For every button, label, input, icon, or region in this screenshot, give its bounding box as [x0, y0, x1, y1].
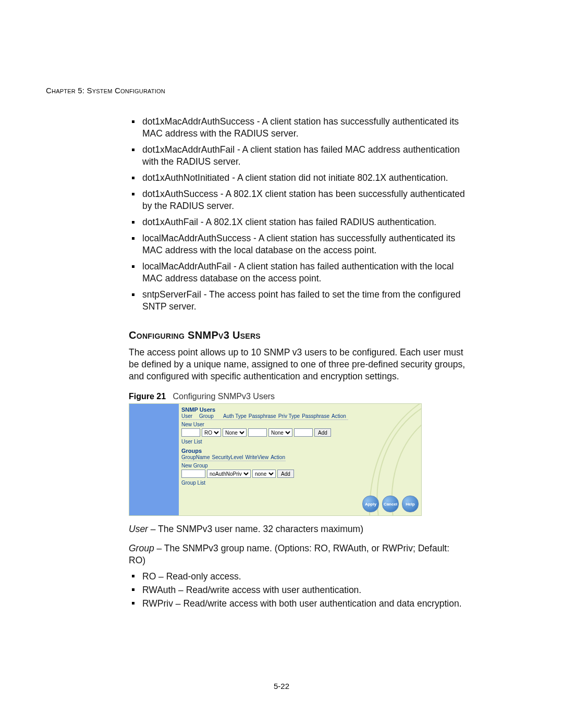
- list-item: sntpServerFail - The access point has fa…: [129, 289, 468, 313]
- figure-screenshot: SNMP Users User Group Auth Type Passphra…: [129, 403, 422, 516]
- groups-header-row: GroupName SecurityLevel WriteView Action: [181, 454, 286, 461]
- field-group-desc: – The SNMPv3 group name. (Options: RO, R…: [129, 543, 449, 565]
- list-item: localMacAddrAuthSuccess - A client stati…: [129, 232, 468, 256]
- col-user: User: [181, 413, 197, 419]
- help-button[interactable]: Help: [402, 496, 419, 512]
- list-item: RWAuth – Read/write access with user aut…: [129, 583, 468, 597]
- figure-title: Configuring SNMPv3 Users: [173, 392, 275, 401]
- group-list-label: Group List: [181, 480, 348, 486]
- list-item: dot1xMacAddrAuthFail - A client station …: [129, 144, 468, 168]
- list-item: dot1xAuthFail - A 802.1X client station …: [129, 216, 468, 228]
- col-securitylevel: SecurityLevel: [212, 454, 243, 460]
- new-group-label: New Group: [181, 463, 348, 468]
- section-paragraph: The access point allows up to 10 SNMP v3…: [129, 347, 468, 382]
- col-group: Group: [199, 413, 221, 419]
- field-user-label: User: [129, 524, 148, 534]
- list-item: dot1xAuthNotInitiated - A client station…: [129, 172, 468, 184]
- trap-bullet-list: dot1xMacAddrAuthSuccess - A client stati…: [129, 116, 468, 313]
- list-item: dot1xAuthSuccess - A 802.1X client stati…: [129, 188, 468, 212]
- page-number: 5-22: [274, 682, 289, 690]
- cancel-button[interactable]: Cancel: [382, 496, 399, 512]
- section-heading: Configuring SNMPv3 Users: [129, 329, 468, 341]
- authtype-select[interactable]: None: [223, 428, 247, 437]
- user-list-label: User List: [181, 439, 348, 445]
- new-group-row: noAuthNoPriv none Add: [181, 470, 348, 478]
- col-authtype: Auth Type: [223, 413, 247, 419]
- privtype-select[interactable]: None: [268, 428, 292, 437]
- chapter-header: Chapter 5: System Configuration: [46, 86, 165, 95]
- new-user-row: RO None None Add: [181, 428, 348, 437]
- passphrase2-input[interactable]: [294, 428, 313, 437]
- group-name-input[interactable]: [181, 470, 205, 478]
- col-groupname: GroupName: [181, 454, 210, 460]
- new-user-label: New User: [181, 422, 348, 427]
- col-privtype: Priv Type: [278, 413, 300, 419]
- field-user-desc: – The SNMPv3 user name. 32 characters ma…: [148, 524, 363, 534]
- snmp-users-heading: SNMP Users: [181, 406, 348, 413]
- group-options-list: RO – Read-only access. RWAuth – Read/wri…: [129, 570, 468, 610]
- field-user: User – The SNMPv3 user name. 32 characte…: [129, 523, 468, 535]
- group-select[interactable]: RO: [202, 428, 221, 437]
- list-item: dot1xMacAddrAuthSuccess - A client stati…: [129, 116, 468, 140]
- figure-number: Figure 21: [129, 392, 166, 401]
- users-header-row: User Group Auth Type Passphrase Priv Typ…: [181, 413, 348, 420]
- securitylevel-select[interactable]: noAuthNoPriv: [207, 470, 251, 478]
- content-column: dot1xMacAddrAuthSuccess - A client stati…: [129, 116, 468, 610]
- sidebar-nav: [129, 404, 179, 515]
- field-group-label: Group: [129, 543, 154, 553]
- groups-heading: Groups: [181, 448, 348, 454]
- list-item: RO – Read-only access.: [129, 570, 468, 583]
- add-user-button[interactable]: Add: [314, 428, 331, 437]
- field-group: Group – The SNMPv3 group name. (Options:…: [129, 542, 468, 566]
- col-action: Action: [332, 413, 346, 419]
- snmp-panel: SNMP Users User Group Auth Type Passphra…: [181, 406, 348, 487]
- col-action2: Action: [271, 454, 285, 460]
- page: Chapter 5: System Configuration dot1xMac…: [0, 0, 563, 728]
- list-item: localMacAddrAuthFail - A client station …: [129, 261, 468, 285]
- figure-caption: Figure 21 Configuring SNMPv3 Users: [129, 392, 468, 401]
- passphrase-input[interactable]: [248, 428, 267, 437]
- add-group-button[interactable]: Add: [277, 470, 294, 478]
- writeview-select[interactable]: none: [252, 470, 276, 478]
- global-action-buttons: Apply Cancel Help: [362, 496, 419, 512]
- col-writeview: WriteView: [246, 454, 269, 460]
- col-passphrase2: Passphrase: [302, 413, 329, 419]
- col-passphrase: Passphrase: [249, 413, 276, 419]
- apply-button[interactable]: Apply: [362, 496, 379, 512]
- list-item: RWPriv – Read/write access with both use…: [129, 597, 468, 610]
- user-name-input[interactable]: [181, 428, 200, 437]
